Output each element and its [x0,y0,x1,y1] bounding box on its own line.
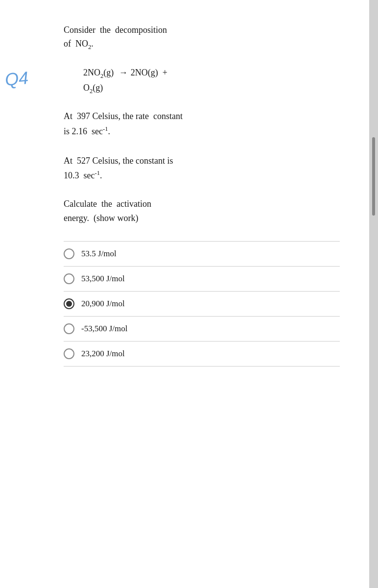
reactant: 2NO2(g) [83,66,114,81]
option-1[interactable]: 53.5 J/mol [64,242,340,267]
radio-3-fill [66,301,72,307]
content-area: Consider the decompositionof NO2. 2NO2(g… [54,0,369,588]
left-margin: Q4 [0,0,54,588]
reaction-equation: 2NO2(g) → 2NO(g) + [83,66,340,81]
page-container: Q4 Consider the decompositionof NO2. 2NO… [0,0,378,588]
option-5-label: 23,200 J/mol [81,349,125,359]
reaction-block: 2NO2(g) → 2NO(g) + O2(g) [83,66,340,96]
option-3[interactable]: 20,900 J/mol [64,292,340,317]
product2: O2(g) [83,81,340,96]
radio-2[interactable] [64,273,74,284]
options-list: 53.5 J/mol 53,500 J/mol 20,900 J/mol -53… [64,241,340,367]
product1: 2NO(g) + [131,66,167,80]
option-3-label: 20,900 J/mol [81,299,125,309]
condition2: At 527 Celsius, the constant is10.3 sec-… [64,154,340,183]
scrollbar-track[interactable] [369,0,378,588]
option-2-label: 53,500 J/mol [81,274,125,284]
option-5[interactable]: 23,200 J/mol [64,342,340,367]
calculate-block: Calculate the activationenergy. (show wo… [64,197,340,225]
scrollbar-thumb[interactable] [372,137,375,216]
handwriting-annotation: Q4 [4,68,29,90]
option-2[interactable]: 53,500 J/mol [64,267,340,292]
condition1: At 397 Celsius, the rate constantis 2.16… [64,109,340,139]
radio-4[interactable] [64,323,74,334]
conditions-block: At 397 Celsius, the rate constantis 2.16… [64,109,340,183]
question-intro: Consider the decompositionof NO2. [64,24,340,52]
reaction-arrow: → [117,66,128,80]
radio-1[interactable] [64,248,74,259]
option-4-label: -53,500 J/mol [81,324,127,334]
option-1-label: 53.5 J/mol [81,249,117,259]
radio-3[interactable] [64,298,74,309]
radio-5[interactable] [64,348,74,359]
option-4[interactable]: -53,500 J/mol [64,317,340,342]
